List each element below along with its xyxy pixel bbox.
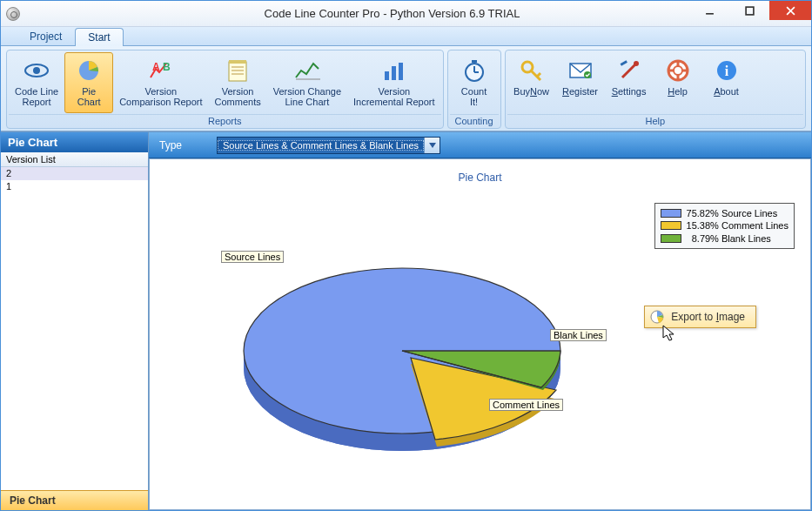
context-menu-export-label: Export to Image xyxy=(671,311,745,323)
settings-icon xyxy=(615,57,643,84)
settings-label: Settings xyxy=(612,86,647,97)
maximize-button[interactable] xyxy=(729,1,769,20)
svg-line-23 xyxy=(537,73,540,77)
register-button[interactable]: Register xyxy=(556,52,605,113)
ribbon: Code Line Report Pie Chart AB Version Co… xyxy=(1,46,811,131)
sidebar-column-header: Version List xyxy=(1,152,148,167)
info-icon: i xyxy=(713,57,741,84)
buy-now-button[interactable]: BuyNow xyxy=(507,52,556,113)
slice-label-comment: Comment Lines xyxy=(489,399,563,411)
svg-rect-13 xyxy=(229,60,246,64)
version-change-line-button[interactable]: Version Change Line Chart xyxy=(267,52,347,113)
svg-text:A: A xyxy=(152,61,160,73)
pie-chart-icon xyxy=(75,57,103,84)
export-image-icon xyxy=(650,310,664,324)
svg-line-26 xyxy=(622,64,636,77)
legend-item: 8.79% Blank Lines xyxy=(661,232,789,245)
chart-area: Pie Chart xyxy=(149,158,811,510)
legend-item: 15.38% Comment Lines xyxy=(661,219,789,232)
version-change-line-label: Version Change Line Chart xyxy=(273,86,341,107)
code-line-report-label: Code Line Report xyxy=(15,86,58,107)
register-label: Register xyxy=(562,86,598,97)
about-button[interactable]: i About xyxy=(702,52,751,113)
svg-rect-16 xyxy=(399,63,403,80)
tab-start[interactable]: Start xyxy=(75,28,123,46)
group-counting-label: Counting xyxy=(450,114,499,128)
window-buttons xyxy=(689,1,811,20)
line-chart-icon xyxy=(293,57,321,84)
help-label: Help xyxy=(668,86,688,97)
svg-rect-28 xyxy=(620,60,627,66)
version-row[interactable]: 2 xyxy=(1,167,148,180)
chart-legend: 75.82% Source Lines 15.38% Comment Lines… xyxy=(654,203,795,249)
key-icon xyxy=(518,57,546,84)
titlebar: Code Line Counter Pro - Python Version 6… xyxy=(1,1,811,27)
envelope-icon xyxy=(567,57,594,84)
version-comparison-label: Version Comparison Report xyxy=(119,86,202,107)
type-combo-value: Source Lines & Comment Lines & Blank Lin… xyxy=(218,140,424,151)
legend-swatch xyxy=(661,209,681,218)
type-combo[interactable]: Source Lines & Comment Lines & Blank Lin… xyxy=(217,137,440,154)
settings-button[interactable]: Settings xyxy=(605,52,654,113)
compare-icon: AB xyxy=(147,57,175,84)
version-incremental-label: Version Incremental Report xyxy=(353,86,435,107)
pie-chart-button[interactable]: Pie Chart xyxy=(64,52,113,113)
code-line-report-button[interactable]: Code Line Report xyxy=(9,52,64,113)
sidebar-title: Pie Chart xyxy=(1,132,148,152)
svg-point-25 xyxy=(584,71,591,78)
svg-point-5 xyxy=(33,67,40,74)
version-incremental-button[interactable]: Version Incremental Report xyxy=(347,52,441,113)
svg-rect-1 xyxy=(746,7,754,15)
about-label: About xyxy=(714,86,739,97)
count-it-label: Count It! xyxy=(461,86,487,107)
context-menu-export[interactable]: Export to Image xyxy=(644,306,756,328)
app-icon xyxy=(6,7,20,21)
ribbon-group-reports: Code Line Report Pie Chart AB Version Co… xyxy=(6,50,444,129)
svg-rect-9 xyxy=(229,62,246,81)
type-bar: Type Source Lines & Comment Lines & Blan… xyxy=(149,132,811,158)
notepad-icon xyxy=(224,57,252,84)
legend-item: 75.82% Source Lines xyxy=(661,207,789,219)
close-button[interactable] xyxy=(769,1,811,20)
pie-chart-label: Pie Chart xyxy=(77,86,101,107)
svg-point-30 xyxy=(674,66,682,75)
minimize-button[interactable] xyxy=(689,1,729,20)
version-comments-label: Version Comments xyxy=(215,86,261,107)
cursor-icon xyxy=(662,325,678,346)
lifebuoy-icon xyxy=(664,57,692,84)
sidebar-tab-pie-chart[interactable]: Pie Chart xyxy=(1,490,148,510)
svg-point-27 xyxy=(634,61,639,66)
type-label: Type xyxy=(159,139,182,151)
group-help-label: Help xyxy=(507,114,803,128)
eye-icon xyxy=(23,57,50,84)
slice-label-blank: Blank Lines xyxy=(550,329,607,341)
pie-chart[interactable] xyxy=(237,220,602,484)
version-list[interactable]: 2 1 xyxy=(1,167,148,490)
chevron-down-icon[interactable] xyxy=(424,138,440,153)
version-comparison-button[interactable]: AB Version Comparison Report xyxy=(113,52,208,113)
tab-strip: Project Start xyxy=(1,27,811,46)
svg-rect-20 xyxy=(472,60,477,63)
ribbon-group-counting: Count It! Counting xyxy=(447,50,501,129)
ribbon-group-help: BuyNow Register Settings Help xyxy=(505,50,806,129)
version-row[interactable]: 1 xyxy=(1,180,148,193)
sidebar: Pie Chart Version List 2 1 Pie Chart xyxy=(1,132,149,510)
help-button[interactable]: Help xyxy=(654,52,702,113)
svg-marker-37 xyxy=(429,143,436,148)
bar-chart-icon xyxy=(380,57,408,84)
svg-rect-15 xyxy=(392,66,396,80)
version-comments-button[interactable]: Version Comments xyxy=(209,52,267,113)
svg-text:i: i xyxy=(724,64,728,78)
svg-rect-14 xyxy=(385,71,389,80)
svg-text:B: B xyxy=(163,61,171,73)
buy-now-label: BuyNow xyxy=(513,86,549,97)
legend-swatch xyxy=(661,234,681,243)
legend-swatch xyxy=(661,221,681,230)
chart-title: Pie Chart xyxy=(150,171,810,184)
count-it-button[interactable]: Count It! xyxy=(450,52,499,113)
slice-label-source: Source Lines xyxy=(221,251,284,263)
group-reports-label: Reports xyxy=(9,114,441,128)
tab-project[interactable]: Project xyxy=(17,27,75,45)
stopwatch-icon xyxy=(460,57,488,84)
